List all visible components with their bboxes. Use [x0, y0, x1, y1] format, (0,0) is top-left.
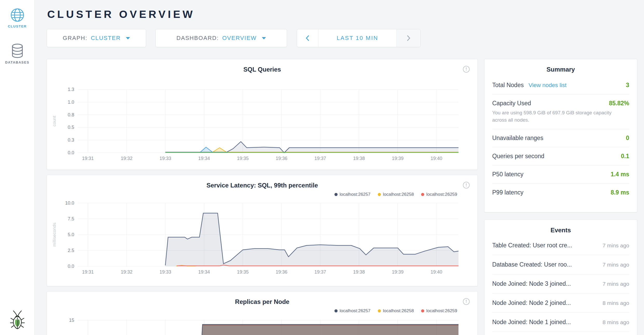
sidebar-item-cluster[interactable]: CLUSTER	[0, 8, 35, 28]
summary-row-p99: P99 latency 8.9 ms	[492, 184, 629, 201]
view-nodes-list-link[interactable]: View nodes list	[529, 82, 566, 88]
time-range-next-button[interactable]	[396, 29, 420, 47]
summary-value: 85.82%	[609, 100, 629, 107]
summary-rows: Total Nodes View nodes list 3 Capacity U…	[492, 76, 629, 201]
time-range-label[interactable]: LAST 10 MIN	[318, 29, 396, 47]
dashboard-controls: GRAPH: CLUSTER DASHBOARD: OVERVIEW LAST …	[47, 29, 644, 47]
legend-label: localhost:26258	[383, 192, 414, 197]
database-icon	[11, 43, 24, 58]
replicas-per-node-card: Replicas per Node ! localhost:26257 loca…	[47, 291, 478, 335]
svg-text:0.0: 0.0	[68, 150, 74, 155]
svg-text:count: count	[52, 116, 57, 127]
summary-row-total-nodes: Total Nodes View nodes list 3	[492, 76, 629, 94]
legend-dot	[378, 193, 381, 196]
sidebar-item-label: CLUSTER	[8, 24, 27, 28]
chart-title: Replicas per Node	[47, 291, 477, 305]
info-icon[interactable]: !	[463, 66, 470, 73]
svg-text:19:34: 19:34	[198, 269, 210, 275]
svg-text:19:34: 19:34	[198, 156, 210, 161]
svg-text:5.0: 5.0	[68, 232, 74, 237]
legend-item-node3[interactable]: localhost:26259	[421, 308, 457, 313]
capacity-note: You are using 598.9 GiB of 697.9 GiB sto…	[492, 109, 629, 123]
event-text: Node Joined: Node 1 joined...	[492, 319, 571, 326]
dashboard-dropdown-value: OVERVIEW	[222, 35, 257, 41]
svg-text:19:31: 19:31	[82, 156, 94, 161]
sidebar-item-label: DATABASES	[5, 60, 29, 64]
svg-text:19:36: 19:36	[276, 156, 287, 161]
summary-label: Total Nodes	[492, 82, 524, 88]
replicas-per-node-chart: 151019:3119:3219:3319:3419:3519:3619:371…	[47, 315, 477, 335]
svg-text:1.0: 1.0	[68, 100, 74, 105]
summary-row-capacity: Capacity Used 85.82% You are using 598.9…	[492, 94, 629, 129]
graph-dropdown[interactable]: GRAPH: CLUSTER	[47, 29, 146, 47]
svg-text:0.5: 0.5	[68, 125, 74, 130]
legend-label: localhost:26257	[340, 308, 371, 313]
summary-row-qps: Queries per second 0.1	[492, 147, 629, 165]
svg-text:19:38: 19:38	[353, 156, 365, 161]
event-row: Node Joined: Node 2 joined... 8 mins ago	[492, 294, 629, 313]
events-rows: Table Created: User root cre... 7 mins a…	[492, 236, 629, 332]
page-title: CLUSTER OVERVIEW	[47, 8, 644, 20]
sql-queries-card: SQL Queries ! 1.31.00.80.50.30.019:3119:…	[47, 59, 478, 170]
legend-dot	[334, 193, 338, 196]
event-time: 7 mins ago	[602, 262, 629, 268]
legend-item-node1[interactable]: localhost:26257	[334, 308, 371, 313]
event-time: 7 mins ago	[602, 242, 629, 249]
svg-text:0.0: 0.0	[68, 264, 74, 269]
svg-text:19:32: 19:32	[121, 156, 133, 161]
summary-value: 3	[626, 82, 629, 89]
legend-item-node2[interactable]: localhost:26258	[378, 192, 414, 197]
svg-text:19:37: 19:37	[314, 269, 326, 275]
legend-dot	[421, 193, 424, 196]
chevron-down-icon	[262, 37, 266, 39]
cockroachdb-logo	[0, 310, 35, 329]
time-range-selector: LAST 10 MIN	[297, 29, 421, 47]
chart-legend: localhost:26257 localhost:26258 localhos…	[47, 308, 477, 314]
svg-text:19:40: 19:40	[430, 156, 442, 161]
info-icon[interactable]: !	[463, 182, 470, 189]
svg-text:10.0: 10.0	[65, 200, 74, 206]
dashboard-dropdown[interactable]: DASHBOARD: OVERVIEW	[155, 29, 287, 47]
summary-title: Summary	[484, 59, 637, 73]
event-text: Node Joined: Node 3 joined...	[492, 280, 571, 287]
chart-title: SQL Queries	[47, 59, 477, 73]
summary-row-p50: P50 latency 1.4 ms	[492, 165, 629, 184]
legend-item-node1[interactable]: localhost:26257	[334, 192, 371, 197]
event-time: 7 mins ago	[602, 281, 629, 287]
content-columns: SQL Queries ! 1.31.00.80.50.30.019:3119:…	[47, 59, 644, 335]
event-row: Table Created: User root cre... 7 mins a…	[492, 236, 629, 255]
event-time: 8 mins ago	[602, 319, 629, 325]
svg-text:19:32: 19:32	[121, 269, 133, 275]
legend-dot	[334, 309, 338, 312]
svg-text:1.3: 1.3	[68, 87, 74, 92]
legend-label: localhost:26257	[340, 192, 371, 197]
service-latency-card: Service Latency: SQL, 99th percentile ! …	[47, 175, 478, 286]
sql-queries-chart: 1.31.00.80.50.30.019:3119:3219:3319:3419…	[47, 82, 477, 167]
events-title: Events	[484, 220, 637, 234]
summary-label: Queries per second	[492, 153, 544, 160]
summary-value: 1.4 ms	[611, 171, 629, 178]
legend-label: localhost:26259	[426, 192, 457, 197]
event-text: Node Joined: Node 2 joined...	[492, 299, 571, 306]
chevron-right-icon	[407, 35, 410, 41]
legend-item-node3[interactable]: localhost:26259	[421, 192, 457, 197]
summary-value: 0.1	[621, 153, 629, 160]
info-icon[interactable]: !	[463, 298, 470, 305]
chart-title: Service Latency: SQL, 99th percentile	[47, 175, 477, 189]
globe-icon	[10, 8, 25, 22]
svg-text:7.5: 7.5	[68, 216, 74, 221]
chevron-down-icon	[126, 37, 130, 39]
chevron-left-icon	[306, 35, 310, 41]
sidebar-item-databases[interactable]: DATABASES	[0, 43, 35, 64]
sidebar: CLUSTER DATABASES	[0, 0, 35, 335]
svg-text:2.5: 2.5	[68, 248, 74, 253]
graph-dropdown-label: GRAPH:	[63, 35, 87, 41]
legend-item-node2[interactable]: localhost:26258	[378, 308, 414, 313]
charts-column: SQL Queries ! 1.31.00.80.50.30.019:3119:…	[47, 59, 478, 335]
summary-label: P99 latency	[492, 189, 523, 196]
svg-text:15: 15	[69, 318, 74, 323]
time-range-prev-button[interactable]	[297, 29, 318, 47]
summary-value: 8.9 ms	[611, 189, 629, 196]
svg-text:0.8: 0.8	[68, 112, 74, 117]
legend-dot	[421, 309, 424, 312]
